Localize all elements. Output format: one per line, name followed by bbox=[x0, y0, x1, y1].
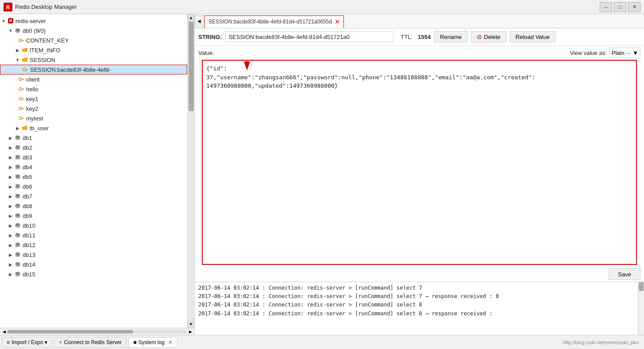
ttl-label: TTL: bbox=[401, 34, 413, 40]
session-tab[interactable]: SESSION:bacde83f-4b8e-4efd-81d4-d51721a0… bbox=[204, 16, 344, 28]
sidebar-item-db13[interactable]: ▶ db13 bbox=[0, 250, 187, 260]
sidebar-item-db14[interactable]: ▶ db14 bbox=[0, 260, 187, 269]
svg-point-60 bbox=[15, 236, 20, 237]
sidebar-item-content-key[interactable]: CONTENT_KEY bbox=[0, 35, 187, 45]
scroll-left-btn[interactable]: ◀ bbox=[1, 330, 7, 334]
ttl-value: 1554 bbox=[418, 34, 431, 40]
sidebar-item-db9[interactable]: ▶ db9 bbox=[0, 211, 187, 221]
reload-button[interactable]: Reload Value bbox=[510, 31, 555, 43]
db15-label: db15 bbox=[23, 271, 35, 278]
folder-open-icon bbox=[21, 56, 28, 63]
app-icon: R bbox=[4, 3, 12, 12]
sidebar-item-session-folder[interactable]: ▼ SESSION bbox=[0, 55, 187, 65]
key2-label: key2 bbox=[26, 105, 38, 112]
log-scroll-thumb bbox=[639, 282, 644, 291]
sidebar-item-db7[interactable]: ▶ db7 bbox=[0, 191, 187, 201]
scroll-right-btn[interactable]: ▶ bbox=[187, 330, 193, 334]
svg-point-63 bbox=[15, 245, 20, 247]
sidebar-item-db1[interactable]: ▶ db1 bbox=[0, 133, 187, 143]
log-text: 2017-06-14 03:02:14 : Connection: redis-… bbox=[195, 282, 637, 320]
view-as-select[interactable]: Plain ··· ▼ bbox=[609, 47, 640, 58]
type-label: STRING: bbox=[198, 34, 222, 40]
svg-point-6 bbox=[15, 31, 20, 33]
sidebar-item-key2[interactable]: key2 bbox=[0, 104, 187, 113]
db6-label: db6 bbox=[23, 183, 32, 190]
db12-label: db12 bbox=[23, 242, 35, 248]
connect-plus-icon: + bbox=[59, 339, 62, 345]
import-export-icon: ≡ bbox=[7, 339, 10, 345]
db3-label: db3 bbox=[23, 154, 32, 161]
sidebar-item-db8[interactable]: ▶ db8 bbox=[0, 201, 187, 211]
db11-label: db11 bbox=[23, 232, 35, 239]
svg-point-19 bbox=[19, 97, 22, 100]
sidebar-tree[interactable]: ▼ R redis-server ▼ db0 (9/0) bbox=[0, 14, 187, 328]
sidebar-item-db11[interactable]: ▶ db11 bbox=[0, 230, 187, 240]
sidebar-item-db3[interactable]: ▶ db3 bbox=[0, 152, 187, 162]
sidebar-scrollbar[interactable]: ▲ ▼ bbox=[187, 14, 194, 328]
db-icon bbox=[14, 163, 21, 171]
sidebar-item-db5[interactable]: ▶ db5 bbox=[0, 172, 187, 182]
scroll-down-button[interactable]: ▼ bbox=[188, 321, 195, 328]
key-input[interactable] bbox=[225, 31, 393, 42]
import-export-button[interactable]: ≡ Import / Expo ▾ bbox=[2, 337, 52, 348]
system-log-close-icon[interactable]: ✕ bbox=[168, 339, 173, 345]
rename-button[interactable]: Rename bbox=[434, 31, 467, 43]
system-log-label: System log bbox=[138, 339, 164, 345]
sidebar-item-item-info[interactable]: ▶ ITEM_INFO bbox=[0, 45, 187, 55]
minimize-button[interactable]: — bbox=[600, 2, 612, 12]
sidebar-body: ▼ R redis-server ▼ db0 (9/0) bbox=[0, 14, 194, 328]
app-title: Redis Desktop Manager bbox=[15, 4, 600, 10]
main-container: ▼ R redis-server ▼ db0 (9/0) bbox=[0, 14, 644, 335]
folder-icon bbox=[21, 47, 28, 54]
dropdown-arrow-icon: ▼ bbox=[632, 50, 638, 56]
sidebar-item-db10[interactable]: ▶ db10 bbox=[0, 221, 187, 230]
save-button[interactable]: Save bbox=[609, 268, 640, 280]
close-button[interactable]: ✕ bbox=[628, 2, 640, 12]
svg-point-10 bbox=[23, 68, 26, 71]
key-icon bbox=[18, 37, 25, 44]
h-scroll-track bbox=[7, 330, 187, 333]
sidebar-item-tb-user[interactable]: ▶ tb_user bbox=[0, 123, 187, 133]
sidebar-item-db15[interactable]: ▶ db15 bbox=[0, 269, 187, 279]
delete-button[interactable]: ⊘ Delete bbox=[471, 31, 506, 43]
sidebar-item-server[interactable]: ▼ R redis-server bbox=[0, 16, 187, 26]
sidebar-item-mytest[interactable]: mytest bbox=[0, 113, 187, 123]
key-icon bbox=[18, 85, 25, 93]
log-area: 2017-06-14 03:02:14 : Connection: redis-… bbox=[195, 282, 644, 335]
view-as-label: View value as: bbox=[570, 50, 607, 56]
tab-close-icon[interactable]: ✕ bbox=[335, 19, 340, 25]
sidebar-item-db4[interactable]: ▶ db4 bbox=[0, 162, 187, 172]
sidebar-hscroll[interactable]: ◀ ▶ bbox=[0, 328, 194, 335]
sidebar-item-hello[interactable]: hello bbox=[0, 84, 187, 94]
sidebar-item-client[interactable]: client bbox=[0, 74, 187, 84]
db-icon bbox=[14, 183, 21, 190]
svg-point-66 bbox=[15, 255, 20, 257]
maximize-button[interactable]: □ bbox=[614, 2, 626, 12]
session-key-label: SESSION:bacde83f-4b8e-4efd- bbox=[30, 66, 111, 73]
svg-point-57 bbox=[15, 226, 20, 228]
scroll-up-button[interactable]: ▲ bbox=[188, 14, 195, 21]
svg-text:R: R bbox=[9, 19, 12, 23]
svg-point-69 bbox=[15, 265, 20, 267]
svg-point-72 bbox=[15, 275, 20, 276]
svg-point-33 bbox=[15, 148, 20, 150]
tab-scroll-left[interactable]: ◀ bbox=[195, 15, 204, 27]
h-scroll-thumb bbox=[7, 330, 133, 333]
db-icon bbox=[14, 232, 21, 239]
sidebar-item-db0[interactable]: ▼ db0 (9/0) bbox=[0, 26, 187, 35]
connect-label: Connect to Redis Server bbox=[64, 339, 122, 345]
system-log-tab[interactable]: ■ System log ✕ bbox=[128, 337, 177, 348]
system-log-icon: ■ bbox=[133, 339, 136, 345]
key1-label: key1 bbox=[26, 96, 38, 102]
sidebar-item-db12[interactable]: ▶ db12 bbox=[0, 240, 187, 250]
db-icon bbox=[14, 154, 21, 161]
sidebar-item-db2[interactable]: ▶ db2 bbox=[0, 143, 187, 152]
sidebar-item-session-key[interactable]: SESSION:bacde83f-4b8e-4efd- bbox=[0, 65, 187, 74]
sidebar-item-db6[interactable]: ▶ db6 bbox=[0, 182, 187, 191]
sidebar-item-key1[interactable]: key1 bbox=[0, 94, 187, 104]
svg-point-30 bbox=[15, 138, 20, 140]
log-scrollbar[interactable] bbox=[638, 282, 644, 335]
server-icon: R bbox=[7, 17, 14, 24]
value-textarea[interactable]: {"id": 37,"username":"zhangsan666","pass… bbox=[203, 61, 636, 264]
connect-button[interactable]: + Connect to Redis Server bbox=[54, 337, 127, 348]
